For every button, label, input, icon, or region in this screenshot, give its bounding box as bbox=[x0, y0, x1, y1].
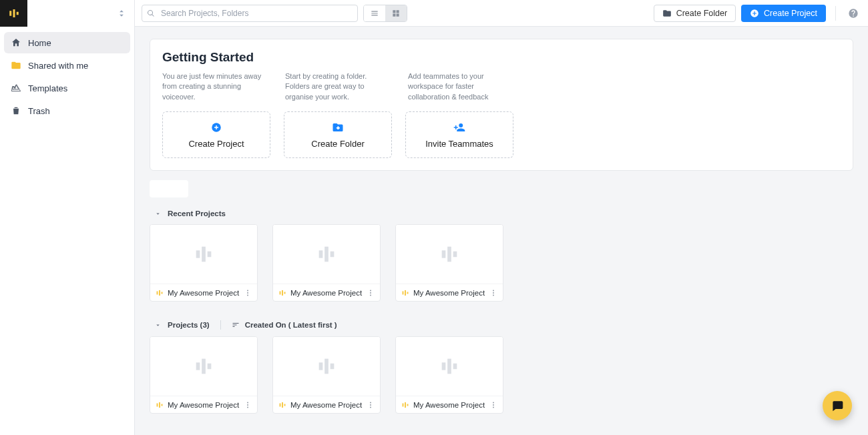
project-card[interactable]: My Awesome Project bbox=[395, 336, 503, 414]
svg-rect-42 bbox=[324, 359, 329, 374]
svg-point-48 bbox=[370, 404, 371, 406]
search-input[interactable] bbox=[142, 5, 358, 22]
project-thumbnail bbox=[273, 337, 380, 396]
sidebar-item-templates[interactable]: Templates bbox=[4, 77, 130, 99]
svg-rect-23 bbox=[442, 251, 446, 258]
sidebar-nav: Home Shared with me Templates Trash bbox=[0, 27, 134, 128]
project-name: My Awesome Project bbox=[168, 401, 240, 409]
svg-rect-8 bbox=[157, 291, 158, 294]
project-meta: My Awesome Project bbox=[150, 396, 257, 413]
sidebar-item-label: Home bbox=[28, 38, 51, 48]
projects-header: Projects (3) Created On ( Latest first ) bbox=[155, 320, 853, 330]
svg-point-30 bbox=[493, 292, 494, 294]
invite-teammates-card[interactable]: Invite Teammates bbox=[405, 111, 513, 158]
svg-rect-0 bbox=[9, 11, 11, 16]
help-icon bbox=[848, 8, 859, 19]
project-name: My Awesome Project bbox=[290, 289, 363, 297]
card-label: Create Project bbox=[188, 139, 244, 149]
svg-rect-53 bbox=[403, 403, 404, 406]
svg-rect-1 bbox=[13, 9, 15, 17]
project-thumbnail bbox=[396, 225, 503, 284]
svg-point-31 bbox=[493, 294, 494, 296]
sidebar-item-trash[interactable]: Trash bbox=[4, 100, 130, 121]
sort-selector[interactable]: Created On ( Latest first ) bbox=[232, 321, 337, 329]
button-label: Create Project bbox=[764, 9, 817, 18]
recent-projects-header[interactable]: Recent Projects bbox=[155, 209, 853, 218]
project-card[interactable]: My Awesome Project bbox=[395, 224, 503, 302]
project-card[interactable]: My Awesome Project bbox=[150, 224, 258, 302]
more-icon[interactable] bbox=[244, 289, 252, 297]
templates-icon bbox=[11, 83, 21, 93]
workspace-header bbox=[0, 0, 134, 27]
list-icon bbox=[370, 9, 379, 18]
divider bbox=[835, 6, 836, 21]
svg-point-39 bbox=[247, 404, 248, 406]
svg-rect-10 bbox=[162, 292, 163, 294]
main-area: Create Folder Create Project Getting Sta… bbox=[135, 0, 868, 435]
create-project-button[interactable]: Create Project bbox=[741, 5, 826, 22]
svg-point-56 bbox=[493, 402, 494, 403]
folder-plus-icon bbox=[332, 121, 344, 133]
more-icon[interactable] bbox=[244, 401, 252, 409]
project-card[interactable]: My Awesome Project bbox=[272, 224, 381, 302]
svg-rect-51 bbox=[447, 359, 451, 374]
svg-rect-14 bbox=[319, 251, 323, 258]
sidebar-item-shared[interactable]: Shared with me bbox=[4, 55, 130, 76]
placeholder-chip bbox=[150, 180, 188, 197]
more-icon[interactable] bbox=[489, 401, 497, 409]
svg-rect-15 bbox=[324, 247, 329, 262]
getting-started-desc: Add teammates to your workspace for fast… bbox=[408, 71, 513, 102]
create-project-card[interactable]: Create Project bbox=[162, 111, 270, 158]
create-folder-button[interactable]: Create Folder bbox=[654, 5, 736, 22]
section-label: Projects (3) bbox=[168, 321, 210, 329]
svg-point-22 bbox=[370, 294, 371, 296]
project-card[interactable]: My Awesome Project bbox=[272, 336, 381, 414]
chat-icon bbox=[831, 399, 844, 412]
sidebar-item-label: Shared with me bbox=[28, 61, 88, 71]
svg-rect-32 bbox=[196, 363, 200, 370]
svg-point-29 bbox=[493, 290, 494, 291]
projects-toggle[interactable]: Projects (3) bbox=[155, 321, 210, 329]
sidebar-item-home[interactable]: Home bbox=[4, 32, 130, 53]
project-thumbnail bbox=[150, 337, 257, 396]
more-icon[interactable] bbox=[489, 289, 497, 297]
sidebar-item-label: Templates bbox=[28, 83, 67, 93]
audio-bars-icon bbox=[438, 243, 461, 266]
project-card[interactable]: My Awesome Project bbox=[150, 336, 258, 414]
project-thumbnail bbox=[273, 225, 380, 284]
view-toggle bbox=[363, 5, 407, 22]
svg-point-12 bbox=[247, 292, 248, 294]
svg-rect-19 bbox=[284, 292, 286, 294]
content-area: Getting Started You are just few minutes… bbox=[135, 27, 868, 435]
getting-started-panel: Getting Started You are just few minutes… bbox=[150, 39, 853, 171]
button-label: Create Folder bbox=[676, 9, 727, 18]
card-label: Create Folder bbox=[311, 139, 364, 149]
project-thumbnail bbox=[150, 225, 257, 284]
workspace-switcher[interactable] bbox=[27, 7, 134, 19]
project-name: My Awesome Project bbox=[413, 289, 485, 297]
create-folder-card[interactable]: Create Folder bbox=[284, 111, 392, 158]
caret-down-icon bbox=[155, 211, 161, 217]
help-button[interactable] bbox=[845, 5, 861, 21]
project-icon bbox=[156, 401, 164, 409]
card-label: Invite Teammates bbox=[425, 139, 493, 149]
svg-rect-33 bbox=[202, 359, 206, 374]
grid-view-button[interactable] bbox=[385, 5, 407, 21]
svg-rect-27 bbox=[405, 290, 406, 296]
audio-bars-icon bbox=[192, 243, 215, 266]
project-meta: My Awesome Project bbox=[396, 396, 503, 413]
more-icon[interactable] bbox=[367, 401, 375, 409]
list-view-button[interactable] bbox=[364, 5, 385, 21]
project-name: My Awesome Project bbox=[168, 289, 240, 297]
more-icon[interactable] bbox=[367, 289, 375, 297]
svg-rect-5 bbox=[196, 251, 200, 258]
chat-fab[interactable] bbox=[823, 391, 852, 420]
svg-point-11 bbox=[247, 290, 248, 291]
svg-rect-43 bbox=[331, 364, 335, 370]
getting-started-title: Getting Started bbox=[162, 50, 841, 65]
project-name: My Awesome Project bbox=[413, 401, 485, 409]
app-logo[interactable] bbox=[0, 0, 27, 27]
caret-down-icon bbox=[155, 322, 161, 328]
svg-rect-16 bbox=[331, 252, 335, 258]
divider bbox=[220, 320, 221, 330]
